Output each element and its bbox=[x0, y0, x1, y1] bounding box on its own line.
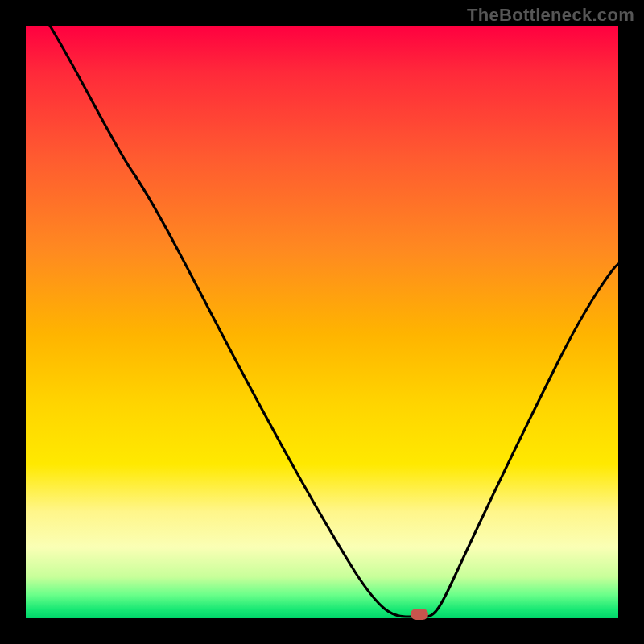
chart-svg bbox=[26, 26, 618, 618]
bottleneck-curve bbox=[50, 26, 618, 617]
optimal-marker bbox=[411, 609, 428, 620]
attribution-text: TheBottleneck.com bbox=[467, 5, 634, 26]
plot-area bbox=[26, 26, 618, 618]
chart-frame: TheBottleneck.com bbox=[0, 0, 644, 644]
